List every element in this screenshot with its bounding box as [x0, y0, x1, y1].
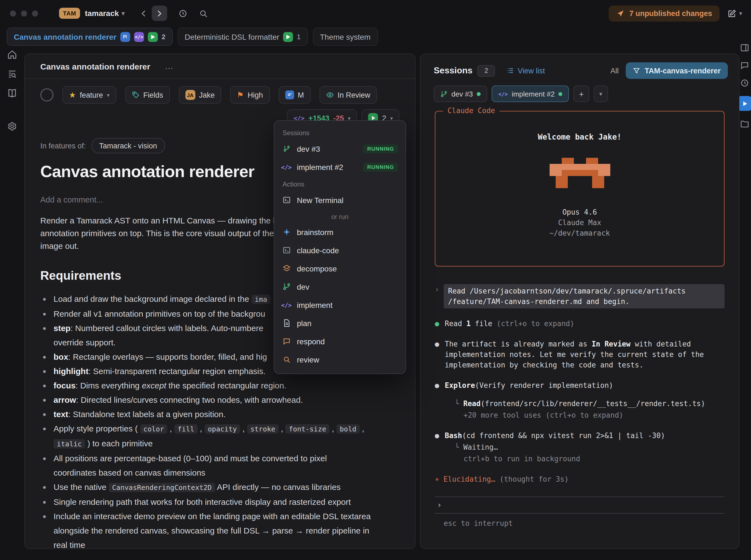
view-list-button[interactable]: View list — [507, 66, 545, 75]
branch-icon — [282, 145, 291, 152]
sparkle-icon — [282, 228, 291, 236]
play-icon — [743, 101, 747, 106]
forward-button[interactable] — [152, 5, 167, 21]
working-directory: ~/dev/tamarack — [435, 228, 724, 238]
sessions-run-menu: Sessions dev #3 RUNNING </> implement #2… — [274, 120, 406, 374]
requirement-item: focus: Dims everything except the specif… — [40, 379, 399, 393]
run-command-implement[interactable]: </>implement — [274, 296, 406, 314]
welcome-message: Welcome back Jake! — [435, 133, 724, 141]
terminal-output: › Read /Users/jacobarntson/dev/tamarack/… — [420, 284, 739, 528]
requirement-item: Apply style properties ( color , fill , … — [40, 421, 399, 451]
eye-icon — [326, 91, 334, 99]
tab-theme-system[interactable]: Theme system — [313, 27, 378, 46]
requirement-item: Include an interactive demo preview on t… — [40, 509, 399, 549]
window-zoom-button[interactable] — [32, 10, 38, 16]
status-selector[interactable]: In Review — [319, 86, 377, 104]
running-badge: RUNNING — [363, 144, 398, 153]
avatar: JA — [185, 90, 195, 100]
search-docs-icon[interactable] — [7, 69, 17, 79]
unpublished-changes-label: 7 unpublished changes — [629, 9, 712, 17]
edit-icon — [728, 8, 737, 18]
home-icon[interactable] — [7, 49, 17, 60]
run-command-label: decompose — [297, 264, 337, 273]
terminal-tool-call: └ Read(frontend/src/lib/renderer/__tests… — [445, 398, 725, 409]
claude-pixel-art — [549, 158, 610, 188]
run-command-review[interactable]: review — [274, 351, 406, 368]
run-command-claude-code[interactable]: claude-code — [274, 241, 406, 259]
run-command-plan[interactable]: plan — [274, 314, 406, 332]
panel-layout-icon[interactable] — [740, 43, 749, 53]
session-tab-dev-3[interactable]: dev #3 — [434, 85, 487, 102]
settings-gear-icon[interactable] — [7, 121, 17, 131]
sessions-badge-icon — [283, 32, 293, 42]
history-clock-icon[interactable] — [740, 78, 749, 88]
run-command-decompose[interactable]: decompose — [274, 259, 406, 278]
running-dot — [477, 92, 481, 96]
tree-corner-icon: └ — [455, 443, 463, 451]
active-filter-pill[interactable]: TAM-canvas-renderer — [626, 62, 728, 79]
run-command-label: claude-code — [297, 246, 339, 255]
window-close-button[interactable] — [10, 10, 16, 16]
menu-session-dev-3[interactable]: dev #3 RUNNING — [274, 140, 406, 158]
run-command-dev[interactable]: dev — [274, 278, 406, 296]
window-minimize-button[interactable] — [21, 10, 27, 16]
menu-section-sessions: Sessions — [274, 125, 406, 140]
active-filter-label: TAM-canvas-renderer — [645, 66, 720, 75]
priority-selector[interactable]: ⚑ High — [230, 86, 270, 104]
titlebar: TAM tamarack ▾ 7 unpublished changes ▾ — [0, 0, 751, 26]
filter-all-button[interactable]: All — [610, 66, 618, 75]
feature-link-chip[interactable]: Tamarack - vision — [91, 138, 165, 153]
sessions-badge-icon — [148, 32, 158, 42]
sessions-title: Sessions — [434, 66, 473, 76]
prompt-caret-icon: › — [435, 284, 441, 308]
chevron-down-icon: ▾ — [599, 90, 602, 97]
requirement-item: Single rendering path that works for bot… — [40, 495, 399, 509]
user-command-line: /feature/TAM-canvas-renderer.md and begi… — [448, 297, 629, 306]
more-options-button[interactable]: … — [164, 63, 174, 69]
tab-canvas-annotation-renderer[interactable]: Canvas annotation renderer </> 2 — [7, 27, 173, 46]
menu-session-implement-2[interactable]: </> implement #2 RUNNING — [274, 158, 406, 176]
session-options-button[interactable]: ▾ — [594, 85, 608, 102]
assignee-selector[interactable]: JA Jake — [178, 86, 221, 104]
size-selector[interactable]: M — [278, 86, 311, 104]
code-badge-icon: </> — [134, 32, 144, 42]
new-terminal-label: New Terminal — [297, 196, 343, 204]
running-dot — [559, 92, 562, 96]
files-folder-icon[interactable] — [740, 119, 749, 128]
magnifier-icon — [282, 355, 291, 364]
run-command-brainstorm[interactable]: brainstorm — [274, 223, 406, 241]
terminal-input[interactable]: › — [435, 497, 725, 513]
menu-new-terminal[interactable]: New Terminal — [274, 191, 406, 209]
back-button[interactable] — [139, 8, 149, 18]
run-command-respond[interactable]: respond — [274, 332, 406, 351]
status-circle[interactable] — [40, 88, 54, 101]
tag-icon — [132, 91, 139, 99]
fields-button[interactable]: Fields — [125, 86, 170, 104]
fields-label: Fields — [143, 91, 163, 99]
edit-mode-button[interactable]: ▾ — [728, 8, 742, 18]
session-tab-implement-2[interactable]: </> implement #2 — [492, 85, 569, 102]
tab-deterministic-dsl-formatter[interactable]: Deterministic DSL formatter 1 — [177, 27, 308, 46]
document-icon — [282, 319, 291, 327]
chevron-down-icon: ▾ — [107, 92, 110, 98]
session-label: dev #3 — [297, 144, 320, 153]
book-icon[interactable] — [7, 88, 17, 98]
session-tab-label: dev #3 — [451, 89, 473, 98]
new-session-button[interactable]: + — [574, 85, 590, 102]
menu-section-actions: Actions — [274, 176, 406, 191]
run-command-label: brainstorm — [297, 227, 333, 236]
branch-icon — [282, 282, 291, 291]
search-icon[interactable] — [199, 8, 208, 18]
run-command-label: dev — [297, 282, 309, 291]
send-icon — [617, 9, 625, 17]
run-menu-commands: brainstormclaude-codedecomposedev</>impl… — [274, 223, 406, 368]
comments-icon[interactable] — [740, 61, 749, 70]
expand-hint: (ctrl+o to expand) — [497, 319, 574, 328]
history-icon[interactable] — [178, 8, 187, 18]
type-selector[interactable]: ★ feature ▾ — [62, 86, 116, 104]
tree-corner-icon: └ — [455, 399, 463, 408]
unpublished-changes-badge[interactable]: 7 unpublished changes — [609, 5, 720, 21]
chevron-down-icon: ▾ — [739, 9, 742, 17]
workspace-switcher[interactable]: tamarack ▾ — [85, 9, 125, 18]
window-controls — [10, 10, 38, 16]
